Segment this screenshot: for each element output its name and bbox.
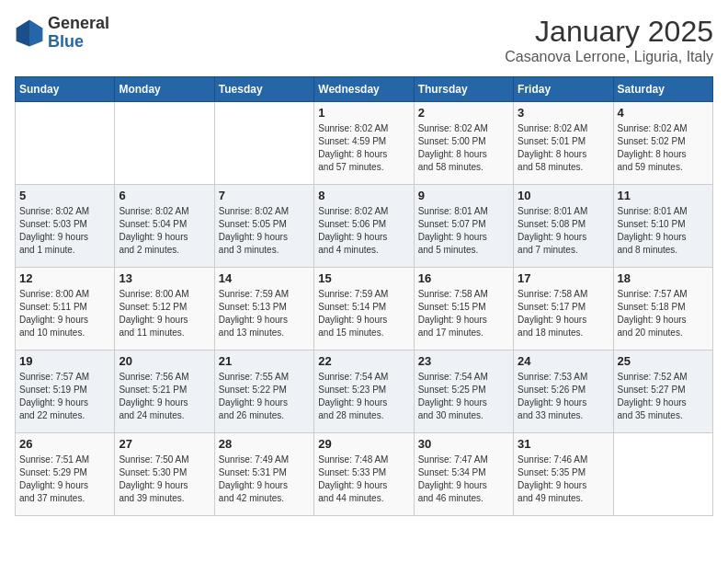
calendar-cell: 7Sunrise: 8:02 AM Sunset: 5:05 PM Daylig… xyxy=(214,185,313,268)
day-number: 17 xyxy=(518,271,609,285)
day-number: 9 xyxy=(418,189,509,202)
calendar-header: SundayMondayTuesdayWednesdayThursdayFrid… xyxy=(16,77,713,102)
day-info: Sunrise: 7:52 AM Sunset: 5:27 PM Dayligh… xyxy=(618,371,709,422)
week-row-5: 26Sunrise: 7:51 AM Sunset: 5:29 PM Dayli… xyxy=(16,433,713,516)
day-number: 20 xyxy=(119,354,210,368)
calendar-cell: 10Sunrise: 8:01 AM Sunset: 5:08 PM Dayli… xyxy=(514,185,613,268)
day-number: 11 xyxy=(618,189,709,202)
day-info: Sunrise: 8:02 AM Sunset: 5:05 PM Dayligh… xyxy=(219,205,310,257)
day-info: Sunrise: 7:57 AM Sunset: 5:18 PM Dayligh… xyxy=(618,288,709,339)
day-number: 1 xyxy=(318,106,409,120)
calendar-cell: 1Sunrise: 8:02 AM Sunset: 4:59 PM Daylig… xyxy=(314,102,414,185)
calendar-cell: 26Sunrise: 7:51 AM Sunset: 5:29 PM Dayli… xyxy=(16,433,115,516)
calendar-cell: 12Sunrise: 8:00 AM Sunset: 5:11 PM Dayli… xyxy=(16,268,115,350)
day-info: Sunrise: 8:02 AM Sunset: 5:06 PM Dayligh… xyxy=(318,205,409,257)
day-info: Sunrise: 8:01 AM Sunset: 5:08 PM Dayligh… xyxy=(518,205,609,257)
calendar-cell xyxy=(214,102,313,185)
day-number: 7 xyxy=(219,189,310,202)
calendar-cell: 15Sunrise: 7:59 AM Sunset: 5:14 PM Dayli… xyxy=(314,268,414,350)
day-number: 31 xyxy=(518,437,609,451)
day-number: 24 xyxy=(518,354,609,368)
weekday-header-friday: Friday xyxy=(514,77,613,102)
logo-icon xyxy=(15,18,44,48)
calendar-cell: 18Sunrise: 7:57 AM Sunset: 5:18 PM Dayli… xyxy=(613,268,712,350)
day-number: 16 xyxy=(418,271,509,285)
weekday-header-thursday: Thursday xyxy=(414,77,513,102)
calendar-cell: 30Sunrise: 7:47 AM Sunset: 5:34 PM Dayli… xyxy=(414,433,513,516)
weekday-header-saturday: Saturday xyxy=(613,77,712,102)
day-info: Sunrise: 7:54 AM Sunset: 5:23 PM Dayligh… xyxy=(318,371,409,422)
day-info: Sunrise: 8:02 AM Sunset: 5:02 PM Dayligh… xyxy=(618,122,709,174)
day-info: Sunrise: 7:53 AM Sunset: 5:26 PM Dayligh… xyxy=(518,371,609,422)
day-number: 27 xyxy=(119,437,210,451)
weekday-row: SundayMondayTuesdayWednesdayThursdayFrid… xyxy=(16,77,713,102)
week-row-4: 19Sunrise: 7:57 AM Sunset: 5:19 PM Dayli… xyxy=(16,350,713,433)
calendar-cell xyxy=(115,102,214,185)
day-info: Sunrise: 7:59 AM Sunset: 5:14 PM Dayligh… xyxy=(318,288,409,339)
day-number: 15 xyxy=(318,271,409,285)
calendar-cell: 31Sunrise: 7:46 AM Sunset: 5:35 PM Dayli… xyxy=(514,433,613,516)
day-info: Sunrise: 7:47 AM Sunset: 5:34 PM Dayligh… xyxy=(418,454,509,505)
calendar-cell: 21Sunrise: 7:55 AM Sunset: 5:22 PM Dayli… xyxy=(214,350,313,433)
calendar-cell: 24Sunrise: 7:53 AM Sunset: 5:26 PM Dayli… xyxy=(514,350,613,433)
calendar-cell: 11Sunrise: 8:01 AM Sunset: 5:10 PM Dayli… xyxy=(613,185,712,268)
calendar-cell: 19Sunrise: 7:57 AM Sunset: 5:19 PM Dayli… xyxy=(16,350,115,433)
calendar-cell: 20Sunrise: 7:56 AM Sunset: 5:21 PM Dayli… xyxy=(115,350,214,433)
day-number: 12 xyxy=(19,271,110,285)
svg-marker-1 xyxy=(29,19,42,46)
day-info: Sunrise: 8:00 AM Sunset: 5:11 PM Dayligh… xyxy=(19,288,110,339)
day-number: 28 xyxy=(219,437,310,451)
day-info: Sunrise: 8:02 AM Sunset: 5:00 PM Dayligh… xyxy=(418,122,509,174)
day-info: Sunrise: 7:51 AM Sunset: 5:29 PM Dayligh… xyxy=(19,454,110,505)
logo-general-text: General xyxy=(48,15,109,33)
day-number: 21 xyxy=(219,354,310,368)
day-info: Sunrise: 7:54 AM Sunset: 5:25 PM Dayligh… xyxy=(418,371,509,422)
calendar-cell xyxy=(16,102,115,185)
calendar-cell: 25Sunrise: 7:52 AM Sunset: 5:27 PM Dayli… xyxy=(613,350,712,433)
calendar-cell: 27Sunrise: 7:50 AM Sunset: 5:30 PM Dayli… xyxy=(115,433,214,516)
day-number: 10 xyxy=(518,189,609,202)
day-number: 2 xyxy=(418,106,509,120)
day-number: 3 xyxy=(518,106,609,120)
day-number: 25 xyxy=(618,354,709,368)
day-info: Sunrise: 7:55 AM Sunset: 5:22 PM Dayligh… xyxy=(219,371,310,422)
day-info: Sunrise: 8:02 AM Sunset: 5:04 PM Dayligh… xyxy=(119,205,210,257)
day-number: 18 xyxy=(618,271,709,285)
calendar-cell xyxy=(613,433,712,516)
calendar-table: SundayMondayTuesdayWednesdayThursdayFrid… xyxy=(15,76,713,516)
day-number: 8 xyxy=(318,189,409,202)
day-number: 6 xyxy=(119,189,210,202)
day-number: 26 xyxy=(19,437,110,451)
day-info: Sunrise: 8:02 AM Sunset: 4:59 PM Dayligh… xyxy=(318,122,409,174)
week-row-1: 1Sunrise: 8:02 AM Sunset: 4:59 PM Daylig… xyxy=(16,102,713,185)
calendar-cell: 2Sunrise: 8:02 AM Sunset: 5:00 PM Daylig… xyxy=(414,102,513,185)
logo: General Blue xyxy=(15,15,109,52)
day-info: Sunrise: 7:50 AM Sunset: 5:30 PM Dayligh… xyxy=(119,454,210,505)
month-title: January 2025 xyxy=(505,15,713,49)
day-number: 30 xyxy=(418,437,509,451)
calendar-cell: 23Sunrise: 7:54 AM Sunset: 5:25 PM Dayli… xyxy=(414,350,513,433)
day-info: Sunrise: 7:58 AM Sunset: 5:17 PM Dayligh… xyxy=(518,288,609,339)
weekday-header-sunday: Sunday xyxy=(16,77,115,102)
calendar-body: 1Sunrise: 8:02 AM Sunset: 4:59 PM Daylig… xyxy=(16,102,713,516)
day-info: Sunrise: 7:46 AM Sunset: 5:35 PM Dayligh… xyxy=(518,454,609,505)
day-info: Sunrise: 7:48 AM Sunset: 5:33 PM Dayligh… xyxy=(318,454,409,505)
day-number: 5 xyxy=(19,189,110,202)
calendar-cell: 6Sunrise: 8:02 AM Sunset: 5:04 PM Daylig… xyxy=(115,185,214,268)
day-info: Sunrise: 7:49 AM Sunset: 5:31 PM Dayligh… xyxy=(219,454,310,505)
calendar-cell: 5Sunrise: 8:02 AM Sunset: 5:03 PM Daylig… xyxy=(16,185,115,268)
day-info: Sunrise: 8:01 AM Sunset: 5:07 PM Dayligh… xyxy=(418,205,509,257)
day-info: Sunrise: 8:01 AM Sunset: 5:10 PM Dayligh… xyxy=(618,205,709,257)
day-info: Sunrise: 8:02 AM Sunset: 5:01 PM Dayligh… xyxy=(518,122,609,174)
calendar-cell: 9Sunrise: 8:01 AM Sunset: 5:07 PM Daylig… xyxy=(414,185,513,268)
day-number: 23 xyxy=(418,354,509,368)
calendar-cell: 4Sunrise: 8:02 AM Sunset: 5:02 PM Daylig… xyxy=(613,102,712,185)
calendar-cell: 13Sunrise: 8:00 AM Sunset: 5:12 PM Dayli… xyxy=(115,268,214,350)
calendar-cell: 17Sunrise: 7:58 AM Sunset: 5:17 PM Dayli… xyxy=(514,268,613,350)
weekday-header-wednesday: Wednesday xyxy=(314,77,414,102)
day-info: Sunrise: 8:00 AM Sunset: 5:12 PM Dayligh… xyxy=(119,288,210,339)
day-number: 22 xyxy=(318,354,409,368)
calendar-cell: 29Sunrise: 7:48 AM Sunset: 5:33 PM Dayli… xyxy=(314,433,414,516)
day-info: Sunrise: 7:57 AM Sunset: 5:19 PM Dayligh… xyxy=(19,371,110,422)
calendar-cell: 22Sunrise: 7:54 AM Sunset: 5:23 PM Dayli… xyxy=(314,350,414,433)
